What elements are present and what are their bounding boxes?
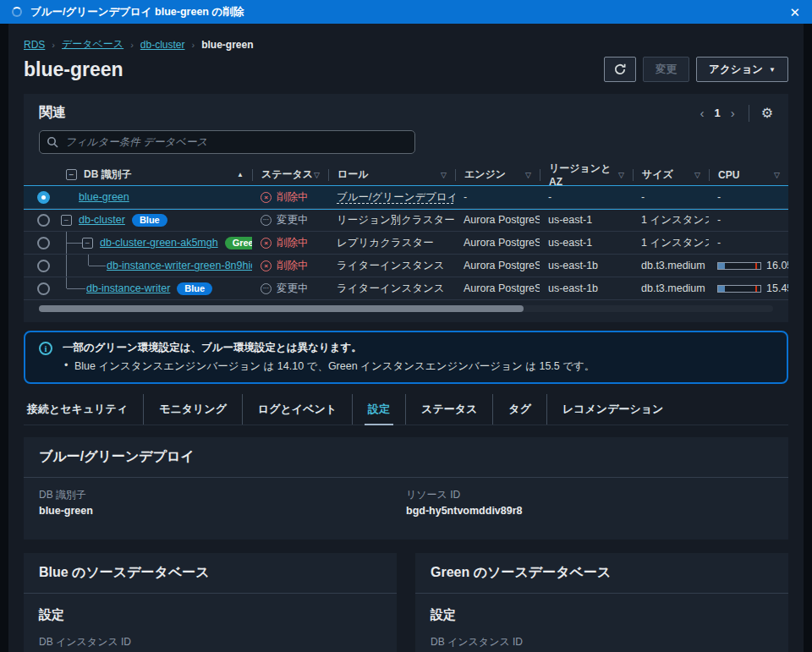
info-icon: i <box>39 342 52 355</box>
db-identifier-link[interactable]: db-instance-writer <box>86 282 170 294</box>
actions-button[interactable]: アクション ▼ <box>696 57 788 82</box>
breadcrumb: RDS›データベース›db-cluster›blue-green <box>24 24 788 52</box>
gear-icon[interactable]: ⚙ <box>761 105 773 121</box>
field-value: blue-green <box>39 505 406 517</box>
tree-line <box>66 277 67 288</box>
selection-column-header <box>24 169 58 181</box>
info-banner-title: 一部のグリーン環境設定は、ブルー環境設定とは異なります。 <box>63 341 595 355</box>
tree-line <box>88 255 89 266</box>
breadcrumb-link[interactable]: データベース <box>62 37 123 52</box>
deleting-status-icon: × <box>261 238 272 249</box>
row-radio[interactable] <box>37 282 50 295</box>
status-cell: ×削除中 <box>252 190 328 205</box>
region-az-cell: us-east-1b <box>540 282 633 294</box>
tab-item[interactable]: レコメンデーション <box>546 394 678 425</box>
tab-active-item[interactable]: 設定 <box>352 394 405 425</box>
table-row: db-instance-writer-green-8n9hioGreen×削除中… <box>24 255 788 277</box>
field: リソース IDbgd-hy5ntvomddiv89r8 <box>406 488 773 528</box>
filter-icon[interactable]: ▽ <box>694 171 700 179</box>
filter-icon[interactable]: ▽ <box>618 171 624 179</box>
cpu-cell: 16.05% <box>709 260 788 271</box>
row-radio[interactable] <box>37 237 50 249</box>
field: DB 識別子blue-green <box>39 488 406 517</box>
field-label: リソース ID <box>406 488 773 502</box>
page-number[interactable]: 1 <box>714 107 720 119</box>
filter-input[interactable] <box>39 130 415 154</box>
cpu-threshold-marker <box>755 286 757 292</box>
scrollbar-thumb[interactable] <box>39 305 524 312</box>
tree-expander-icon[interactable]: − <box>82 238 93 249</box>
env-badge: Blue <box>177 282 212 295</box>
modifying-status-icon: ··· <box>261 283 272 294</box>
db-identifier-link[interactable]: db-cluster <box>79 214 125 226</box>
close-icon[interactable]: ✕ <box>789 6 800 19</box>
role-popover-trigger[interactable]: ブルー/グリーンデプロイ <box>337 191 455 203</box>
row-radio[interactable] <box>37 214 50 227</box>
field-label: DB 識別子 <box>39 488 406 502</box>
column-header[interactable]: サイズ▽ <box>633 169 709 181</box>
tab-item[interactable]: モニタリング <box>143 394 242 425</box>
tab-item[interactable]: ステータス <box>405 394 492 425</box>
column-header[interactable]: ロール▽ <box>328 169 455 181</box>
tab-bar: 接続とセキュリティモニタリングログとイベント設定ステータスタグレコメンデーション <box>24 394 788 425</box>
green-source-panel-title: Green のソースデータベース <box>431 564 773 582</box>
breadcrumb-link[interactable]: RDS <box>24 39 45 51</box>
cpu-threshold-marker <box>755 263 757 269</box>
column-label: ステータス <box>261 167 313 182</box>
next-page-button[interactable]: › <box>729 106 737 120</box>
column-header[interactable]: CPU▽ <box>709 169 788 181</box>
settings-section-title: 設定 <box>431 607 773 623</box>
refresh-button[interactable] <box>604 57 636 82</box>
spinner-icon <box>12 7 22 17</box>
tab-item[interactable]: ログとイベント <box>242 394 352 425</box>
row-radio[interactable] <box>37 191 50 204</box>
blue-source-panel-title: Blue のソースデータベース <box>39 564 381 582</box>
deleting-status-icon: × <box>261 260 272 271</box>
table-body: blue-green×削除中ブルー/グリーンデプロイ----−db-cluste… <box>24 186 788 300</box>
role-text: レプリカクラスター <box>337 237 434 249</box>
engine-cell: Aurora PostgreSQL <box>455 260 540 271</box>
filter-icon[interactable]: ▽ <box>774 171 780 179</box>
sort-asc-icon[interactable]: ▲ <box>237 171 244 178</box>
horizontal-scrollbar <box>39 305 773 312</box>
prev-page-button[interactable]: ‹ <box>698 106 705 120</box>
breadcrumb-link[interactable]: db-cluster <box>140 39 185 51</box>
column-header[interactable]: ステータス▽ <box>252 169 328 181</box>
cpu-cell: - <box>709 214 788 226</box>
size-cell: db.t3.medium <box>633 282 709 294</box>
modifying-status-icon: ··· <box>261 215 272 226</box>
flashbar-message: ブルー/グリーンデプロイ blue-green の削除 <box>30 5 244 19</box>
tree-line <box>67 243 82 244</box>
column-header[interactable]: リージョンと AZ▽ <box>540 169 633 181</box>
status-cell: ×削除中 <box>252 236 328 250</box>
field-label: DB インスタンス ID <box>431 635 773 649</box>
modify-button[interactable]: 変更 <box>643 57 689 82</box>
column-header[interactable]: エンジン▽ <box>455 169 540 181</box>
breadcrumb-separator-icon: › <box>130 40 134 50</box>
engine-cell: Aurora PostgreSQL <box>455 214 540 226</box>
filter-icon[interactable]: ▽ <box>314 171 320 179</box>
tab-item[interactable]: タグ <box>492 394 546 425</box>
breadcrumb-current: blue-green <box>201 39 253 51</box>
status-text: 変更中 <box>277 213 309 227</box>
related-panel-title: 関連 <box>39 104 66 122</box>
column-label: DB 識別子 <box>84 167 132 182</box>
db-identifier-link[interactable]: blue-green <box>79 191 129 203</box>
column-header[interactable]: −DB 識別子▲ <box>58 169 252 181</box>
chevron-down-icon: ▼ <box>769 66 776 74</box>
pagination: ‹ 1 › ⚙ <box>698 105 773 122</box>
app-content: RDS›データベース›db-cluster›blue-green blue-gr… <box>8 24 804 652</box>
row-radio[interactable] <box>37 260 50 272</box>
db-identifier-link[interactable]: db-instance-writer-green-8n9hio <box>107 260 252 271</box>
filter-icon[interactable]: ▽ <box>525 171 531 179</box>
db-identifier-link[interactable]: db-cluster-green-ak5mgh <box>100 237 218 249</box>
tab-item[interactable]: 接続とセキュリティ <box>24 394 143 425</box>
collapse-all-icon[interactable]: − <box>66 169 77 180</box>
column-label: CPU <box>718 169 739 181</box>
deploy-panel: ブルー/グリーンデプロイ DB 識別子blue-greenリソース IDbgd-… <box>24 437 788 540</box>
tree-expander-icon[interactable]: − <box>61 215 72 226</box>
column-label: リージョンと AZ <box>549 162 618 188</box>
filter-icon[interactable]: ▽ <box>441 171 447 179</box>
tree-line <box>66 255 67 277</box>
field-value: bgd-hy5ntvomddiv89r8 <box>406 505 773 517</box>
